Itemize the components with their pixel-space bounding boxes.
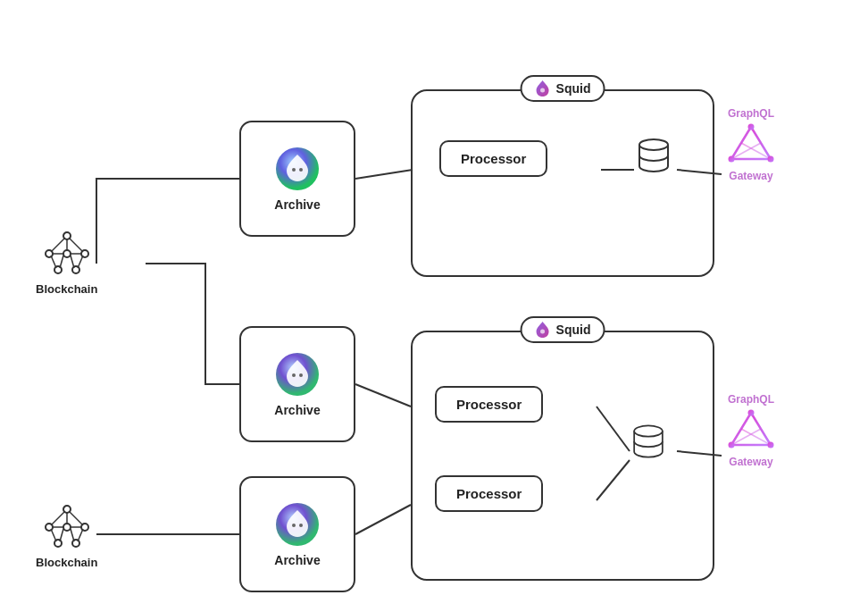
database-icon-2 [629,422,668,461]
squid-logo-icon-2 [535,321,551,339]
processor-label-2: Processor [456,397,522,412]
processor-wrapper-3: Processor [435,475,543,512]
svg-point-14 [63,250,71,257]
svg-point-44 [299,373,303,377]
svg-point-48 [540,88,545,93]
archive-label-3: Archive [274,553,320,567]
diagram-container: Blockchain Blockchain [0,0,868,612]
squid-container-2: Squid Processor Processor [411,331,714,581]
squid-badge-2: Squid [521,316,605,343]
svg-line-23 [78,256,83,268]
blockchain-node-1: Blockchain [36,229,97,296]
graphql-icon-2 [728,407,774,454]
blockchain-icon-2 [42,502,92,552]
archive-box-1: Archive [239,121,355,237]
svg-line-35 [51,511,65,525]
graphql-group-2: GraphQL Gateway [728,393,774,468]
svg-point-41 [299,168,303,172]
svg-point-40 [292,168,296,172]
db-wrapper-1 [634,136,673,179]
processor-wrapper-1: Processor [439,140,547,177]
svg-point-61 [634,425,663,436]
squid-badge-label-2: Squid [556,323,591,337]
svg-line-36 [69,511,83,525]
blockchain-label-2: Blockchain [36,556,97,569]
graphql-group-1: GraphQL Gateway [728,107,774,182]
archive-label-2: Archive [274,403,320,417]
processor-label-3: Processor [456,486,522,501]
graphql-top-label-2: GraphQL [728,393,774,406]
archive-icon-2 [274,351,321,398]
squid-badge-label-1: Squid [556,81,591,96]
svg-line-37 [51,529,56,541]
svg-line-22 [51,256,56,268]
squid-container-1: Squid Processor [411,89,714,277]
database-icon-1 [634,136,673,175]
graphql-bottom-label-2: Gateway [729,456,772,468]
processor-box-3: Processor [435,475,543,512]
processor-box-2: Processor [435,386,543,423]
svg-point-58 [729,156,735,163]
processor-label-1: Processor [461,151,526,166]
svg-line-19 [71,256,74,268]
archive-icon-1 [274,146,321,192]
archive-label-1: Archive [274,197,320,212]
svg-point-43 [292,373,296,377]
svg-point-49 [639,139,668,150]
processor-box-1: Processor [439,140,547,177]
svg-line-4 [355,384,411,407]
svg-line-34 [71,529,74,541]
svg-line-33 [60,529,63,541]
archive-box-2: Archive [239,326,355,442]
squid-logo-icon-1 [535,80,551,97]
svg-point-71 [768,442,774,449]
svg-point-29 [63,524,71,531]
blockchain-icon-1 [42,229,92,279]
svg-point-60 [540,330,545,334]
svg-point-59 [768,156,774,163]
archive-box-3: Archive [239,476,355,592]
svg-line-0 [355,170,413,179]
svg-line-21 [69,238,83,252]
blockchain-node-2: Blockchain [36,502,97,569]
svg-point-70 [729,442,735,449]
archive-icon-3 [274,501,321,548]
graphql-bottom-label-1: Gateway [729,170,772,182]
svg-line-38 [78,529,83,541]
processor-wrapper-2: Processor [435,386,543,423]
svg-point-46 [292,524,296,527]
graphql-top-label-1: GraphQL [728,107,774,120]
db-wrapper-2 [629,422,668,465]
squid-badge-1: Squid [521,75,605,102]
svg-line-5 [355,505,411,534]
svg-point-47 [299,524,303,527]
svg-line-18 [60,256,63,268]
svg-point-57 [748,124,755,130]
svg-point-69 [748,410,755,416]
graphql-icon-1 [728,122,774,168]
blockchain-label-1: Blockchain [36,282,97,296]
svg-line-20 [51,238,65,252]
